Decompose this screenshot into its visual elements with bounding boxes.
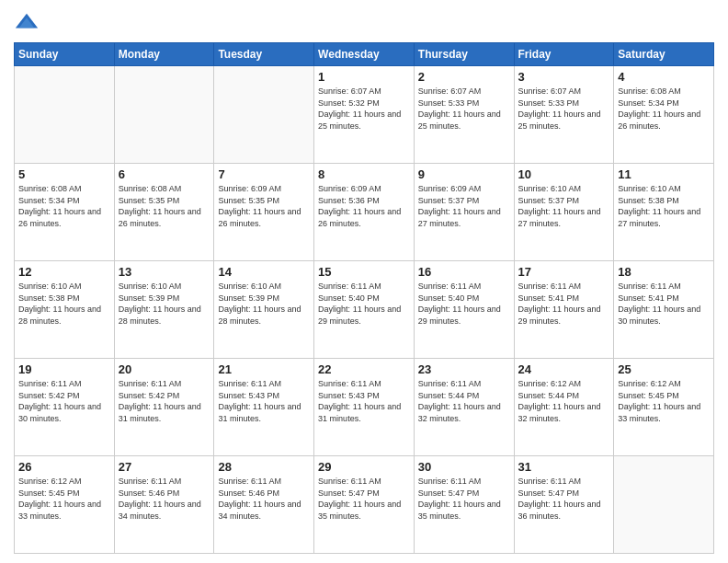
calendar-cell: 26Sunrise: 6:12 AMSunset: 5:45 PMDayligh… — [15, 456, 115, 554]
day-number: 2 — [418, 70, 510, 84]
day-number: 20 — [119, 362, 210, 376]
day-info: Sunrise: 6:07 AMSunset: 5:33 PMDaylight:… — [418, 86, 510, 132]
day-number: 4 — [618, 70, 710, 84]
day-info: Sunrise: 6:10 AMSunset: 5:38 PMDaylight:… — [618, 183, 710, 229]
day-number: 28 — [218, 460, 310, 474]
calendar-cell: 19Sunrise: 6:11 AMSunset: 5:42 PMDayligh… — [15, 359, 115, 456]
calendar-cell: 11Sunrise: 6:10 AMSunset: 5:38 PMDayligh… — [614, 164, 714, 261]
header-monday: Monday — [114, 43, 214, 66]
calendar-cell: 22Sunrise: 6:11 AMSunset: 5:43 PMDayligh… — [314, 359, 415, 456]
header-tuesday: Tuesday — [214, 43, 314, 66]
calendar-cell: 2Sunrise: 6:07 AMSunset: 5:33 PMDaylight… — [414, 66, 514, 164]
day-info: Sunrise: 6:11 AMSunset: 5:47 PMDaylight:… — [418, 476, 510, 522]
day-number: 6 — [119, 167, 210, 181]
day-number: 15 — [318, 265, 410, 279]
day-info: Sunrise: 6:10 AMSunset: 5:39 PMDaylight:… — [119, 281, 210, 327]
day-info: Sunrise: 6:07 AMSunset: 5:33 PMDaylight:… — [518, 86, 610, 132]
day-number: 24 — [518, 362, 610, 376]
calendar-cell: 12Sunrise: 6:10 AMSunset: 5:38 PMDayligh… — [15, 261, 115, 359]
calendar-cell: 20Sunrise: 6:11 AMSunset: 5:42 PMDayligh… — [114, 359, 214, 456]
logo — [14, 9, 43, 35]
day-number: 7 — [218, 167, 310, 181]
day-number: 18 — [618, 265, 710, 279]
day-number: 26 — [18, 460, 110, 474]
calendar-cell: 24Sunrise: 6:12 AMSunset: 5:44 PMDayligh… — [514, 359, 614, 456]
calendar-cell: 29Sunrise: 6:11 AMSunset: 5:47 PMDayligh… — [314, 456, 415, 554]
day-number: 12 — [18, 265, 110, 279]
calendar-cell: 7Sunrise: 6:09 AMSunset: 5:35 PMDaylight… — [214, 164, 314, 261]
day-number: 25 — [618, 362, 710, 376]
calendar-cell: 17Sunrise: 6:11 AMSunset: 5:41 PMDayligh… — [514, 261, 614, 359]
day-info: Sunrise: 6:09 AMSunset: 5:37 PMDaylight:… — [418, 183, 510, 229]
week-row-3: 12Sunrise: 6:10 AMSunset: 5:38 PMDayligh… — [15, 261, 714, 359]
calendar-cell: 14Sunrise: 6:10 AMSunset: 5:39 PMDayligh… — [214, 261, 314, 359]
day-info: Sunrise: 6:11 AMSunset: 5:40 PMDaylight:… — [418, 281, 510, 327]
week-row-1: 1Sunrise: 6:07 AMSunset: 5:32 PMDaylight… — [15, 66, 714, 164]
week-row-2: 5Sunrise: 6:08 AMSunset: 5:34 PMDaylight… — [15, 164, 714, 261]
day-info: Sunrise: 6:11 AMSunset: 5:41 PMDaylight:… — [618, 281, 710, 327]
calendar-cell: 25Sunrise: 6:12 AMSunset: 5:45 PMDayligh… — [614, 359, 714, 456]
day-info: Sunrise: 6:11 AMSunset: 5:44 PMDaylight:… — [418, 378, 510, 424]
header-saturday: Saturday — [614, 43, 714, 66]
calendar-table: SundayMondayTuesdayWednesdayThursdayFrid… — [14, 42, 714, 554]
day-info: Sunrise: 6:12 AMSunset: 5:45 PMDaylight:… — [18, 476, 110, 522]
day-number: 10 — [518, 167, 610, 181]
header — [14, 9, 714, 35]
calendar-cell: 10Sunrise: 6:10 AMSunset: 5:37 PMDayligh… — [514, 164, 614, 261]
header-thursday: Thursday — [414, 43, 514, 66]
day-number: 3 — [518, 70, 610, 84]
calendar-cell: 27Sunrise: 6:11 AMSunset: 5:46 PMDayligh… — [114, 456, 214, 554]
day-info: Sunrise: 6:10 AMSunset: 5:39 PMDaylight:… — [218, 281, 310, 327]
calendar-cell: 8Sunrise: 6:09 AMSunset: 5:36 PMDaylight… — [314, 164, 415, 261]
day-info: Sunrise: 6:11 AMSunset: 5:43 PMDaylight:… — [218, 378, 310, 424]
week-row-5: 26Sunrise: 6:12 AMSunset: 5:45 PMDayligh… — [15, 456, 714, 554]
day-info: Sunrise: 6:11 AMSunset: 5:42 PMDaylight:… — [18, 378, 110, 424]
day-number: 17 — [518, 265, 610, 279]
day-number: 13 — [119, 265, 210, 279]
day-info: Sunrise: 6:11 AMSunset: 5:41 PMDaylight:… — [518, 281, 610, 327]
day-info: Sunrise: 6:10 AMSunset: 5:38 PMDaylight:… — [18, 281, 110, 327]
header-row: SundayMondayTuesdayWednesdayThursdayFrid… — [15, 43, 714, 66]
calendar-cell — [15, 66, 115, 164]
page: SundayMondayTuesdayWednesdayThursdayFrid… — [0, 0, 728, 563]
day-number: 23 — [418, 362, 510, 376]
day-info: Sunrise: 6:12 AMSunset: 5:45 PMDaylight:… — [618, 378, 710, 424]
day-info: Sunrise: 6:09 AMSunset: 5:36 PMDaylight:… — [318, 183, 410, 229]
header-wednesday: Wednesday — [314, 43, 415, 66]
week-row-4: 19Sunrise: 6:11 AMSunset: 5:42 PMDayligh… — [15, 359, 714, 456]
day-number: 19 — [18, 362, 110, 376]
calendar-cell: 23Sunrise: 6:11 AMSunset: 5:44 PMDayligh… — [414, 359, 514, 456]
day-number: 9 — [418, 167, 510, 181]
logo-icon — [14, 9, 40, 35]
day-info: Sunrise: 6:08 AMSunset: 5:35 PMDaylight:… — [119, 183, 210, 229]
calendar-cell — [614, 456, 714, 554]
day-number: 30 — [418, 460, 510, 474]
calendar-cell: 18Sunrise: 6:11 AMSunset: 5:41 PMDayligh… — [614, 261, 714, 359]
day-info: Sunrise: 6:11 AMSunset: 5:46 PMDaylight:… — [218, 476, 310, 522]
day-number: 11 — [618, 167, 710, 181]
calendar-cell: 9Sunrise: 6:09 AMSunset: 5:37 PMDaylight… — [414, 164, 514, 261]
day-info: Sunrise: 6:11 AMSunset: 5:42 PMDaylight:… — [119, 378, 210, 424]
header-sunday: Sunday — [15, 43, 115, 66]
calendar-cell: 15Sunrise: 6:11 AMSunset: 5:40 PMDayligh… — [314, 261, 415, 359]
day-info: Sunrise: 6:11 AMSunset: 5:40 PMDaylight:… — [318, 281, 410, 327]
calendar-cell: 1Sunrise: 6:07 AMSunset: 5:32 PMDaylight… — [314, 66, 415, 164]
calendar-cell: 4Sunrise: 6:08 AMSunset: 5:34 PMDaylight… — [614, 66, 714, 164]
calendar-cell: 28Sunrise: 6:11 AMSunset: 5:46 PMDayligh… — [214, 456, 314, 554]
day-number: 5 — [18, 167, 110, 181]
day-info: Sunrise: 6:11 AMSunset: 5:47 PMDaylight:… — [518, 476, 610, 522]
day-number: 22 — [318, 362, 410, 376]
day-number: 21 — [218, 362, 310, 376]
calendar-cell: 16Sunrise: 6:11 AMSunset: 5:40 PMDayligh… — [414, 261, 514, 359]
calendar-cell: 30Sunrise: 6:11 AMSunset: 5:47 PMDayligh… — [414, 456, 514, 554]
day-number: 8 — [318, 167, 410, 181]
calendar-cell: 21Sunrise: 6:11 AMSunset: 5:43 PMDayligh… — [214, 359, 314, 456]
day-info: Sunrise: 6:10 AMSunset: 5:37 PMDaylight:… — [518, 183, 610, 229]
day-number: 16 — [418, 265, 510, 279]
day-info: Sunrise: 6:08 AMSunset: 5:34 PMDaylight:… — [18, 183, 110, 229]
calendar-cell: 13Sunrise: 6:10 AMSunset: 5:39 PMDayligh… — [114, 261, 214, 359]
calendar-cell — [214, 66, 314, 164]
calendar-cell: 31Sunrise: 6:11 AMSunset: 5:47 PMDayligh… — [514, 456, 614, 554]
day-number: 29 — [318, 460, 410, 474]
day-info: Sunrise: 6:11 AMSunset: 5:43 PMDaylight:… — [318, 378, 410, 424]
